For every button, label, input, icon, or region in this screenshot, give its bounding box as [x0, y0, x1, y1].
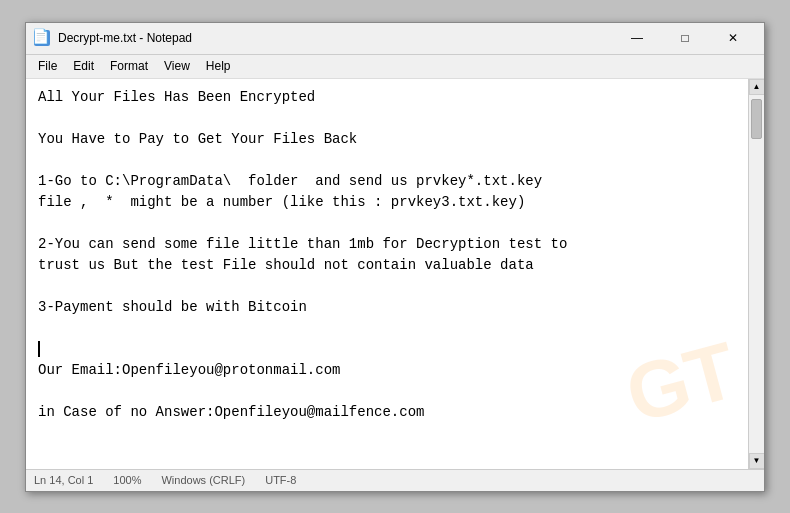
status-zoom: 100% — [113, 474, 141, 486]
maximize-button[interactable]: □ — [662, 22, 708, 54]
window-controls: — □ ✕ — [614, 22, 756, 54]
status-encoding: Windows (CRLF) — [161, 474, 245, 486]
text-cursor — [38, 341, 40, 357]
minimize-button[interactable]: — — [614, 22, 660, 54]
window-title: Decrypt-me.txt - Notepad — [58, 31, 614, 45]
scroll-up-arrow[interactable]: ▲ — [749, 79, 765, 95]
app-icon — [34, 30, 50, 46]
scroll-track[interactable] — [749, 95, 764, 453]
status-bar: Ln 14, Col 1 100% Windows (CRLF) UTF-8 — [26, 469, 764, 491]
editor-area[interactable]: GT All Your Files Has Been Encrypted You… — [26, 79, 764, 469]
menu-bar: File Edit Format View Help — [26, 55, 764, 79]
scroll-down-arrow[interactable]: ▼ — [749, 453, 765, 469]
scrollbar-vertical[interactable]: ▲ ▼ — [748, 79, 764, 469]
menu-help[interactable]: Help — [198, 57, 239, 75]
menu-edit[interactable]: Edit — [65, 57, 102, 75]
status-charset: UTF-8 — [265, 474, 296, 486]
editor-content[interactable]: All Your Files Has Been Encrypted You Ha… — [38, 87, 752, 423]
menu-view[interactable]: View — [156, 57, 198, 75]
menu-format[interactable]: Format — [102, 57, 156, 75]
close-button[interactable]: ✕ — [710, 22, 756, 54]
notepad-window: Decrypt-me.txt - Notepad — □ ✕ File Edit… — [25, 22, 765, 492]
menu-file[interactable]: File — [30, 57, 65, 75]
status-line-col: Ln 14, Col 1 — [34, 474, 93, 486]
scroll-thumb[interactable] — [751, 99, 762, 139]
title-bar: Decrypt-me.txt - Notepad — □ ✕ — [26, 23, 764, 55]
